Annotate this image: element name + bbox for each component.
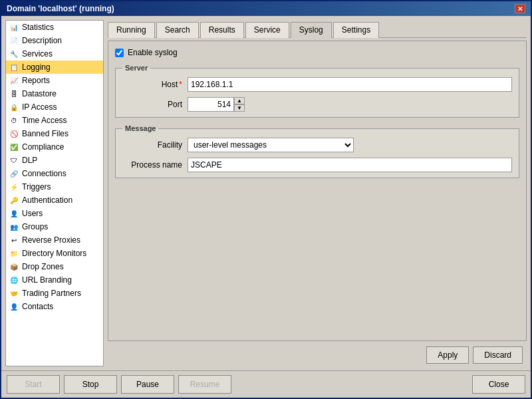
sidebar-item-banned[interactable]: 🚫Banned Files xyxy=(6,127,103,140)
sidebar-item-services[interactable]: 🔧Services xyxy=(6,47,103,61)
sidebar-label-connections: Connections xyxy=(22,169,66,178)
content-area: Enable syslog Server Host Port ▲ xyxy=(108,41,527,341)
sidebar-item-dlp[interactable]: 🛡DLP xyxy=(6,154,103,167)
bottom-buttons: Apply Discard xyxy=(108,344,527,366)
sidebar-item-datastore[interactable]: 🗄Datastore xyxy=(6,87,103,100)
tab-settings[interactable]: Settings xyxy=(333,22,379,38)
sidebar-icon-reverseproxies: ↩ xyxy=(9,235,19,245)
port-label: Port xyxy=(122,100,182,109)
sidebar-label-reports: Reports xyxy=(22,76,50,85)
port-spinners: ▲ ▼ xyxy=(234,97,245,112)
sidebar-label-authentication: Authentication xyxy=(22,196,72,205)
sidebar-item-logging[interactable]: 📋Logging xyxy=(6,61,103,74)
tab-bar: RunningSearchResultsServiceSyslogSetting… xyxy=(108,20,527,38)
sidebar-item-users[interactable]: 👤Users xyxy=(6,207,103,220)
sidebar-icon-ipaccess: 🔒 xyxy=(9,102,19,112)
sidebar-item-contacts[interactable]: 👤Contacts xyxy=(6,300,103,313)
tab-results[interactable]: Results xyxy=(200,22,244,38)
sidebar-item-authentication[interactable]: 🔑Authentication xyxy=(6,194,103,207)
sidebar-icon-tradingpartners: 🤝 xyxy=(9,288,19,299)
sidebar-label-groups: Groups xyxy=(22,222,48,231)
sidebar-item-connections[interactable]: 🔗Connections xyxy=(6,167,103,180)
sidebar-icon-connections: 🔗 xyxy=(9,168,19,179)
sidebar-icon-users: 👤 xyxy=(9,208,19,219)
sidebar-icon-statistics: 📊 xyxy=(9,22,19,33)
pause-button[interactable]: Pause xyxy=(121,375,174,394)
enable-syslog-row: Enable syslog xyxy=(115,48,519,57)
sidebar-label-timeaccess: Time Access xyxy=(22,116,67,125)
port-row: Port ▲ ▼ xyxy=(122,97,512,112)
start-button[interactable]: Start xyxy=(7,375,60,394)
sidebar-label-compliance: Compliance xyxy=(22,142,64,152)
sidebar-item-triggers[interactable]: ⚡Triggers xyxy=(6,180,103,194)
resume-button[interactable]: Resume xyxy=(178,375,231,394)
sidebar-label-triggers: Triggers xyxy=(22,182,51,192)
process-name-input[interactable] xyxy=(188,158,512,172)
sidebar-label-urlbranding: URL Branding xyxy=(22,275,72,285)
sidebar-item-timeaccess[interactable]: ⏱Time Access xyxy=(6,114,103,127)
host-input[interactable] xyxy=(188,77,512,92)
enable-syslog-checkbox[interactable] xyxy=(115,49,124,57)
main-window: Domain 'localhost' (running) ✕ 📊Statisti… xyxy=(0,0,532,399)
sidebar-item-compliance[interactable]: ✅Compliance xyxy=(6,140,103,154)
port-input[interactable] xyxy=(188,97,234,112)
sidebar-label-statistics: Statistics xyxy=(22,23,54,32)
sidebar-item-reverseproxies[interactable]: ↩Reverse Proxies xyxy=(6,233,103,247)
tab-service[interactable]: Service xyxy=(245,22,289,38)
stop-button[interactable]: Stop xyxy=(64,375,117,394)
sidebar-icon-reports: 📈 xyxy=(9,75,19,86)
enable-syslog-label: Enable syslog xyxy=(128,48,178,57)
host-label: Host xyxy=(122,80,182,89)
port-up-spinner[interactable]: ▲ xyxy=(234,97,245,104)
sidebar-icon-compliance: ✅ xyxy=(9,142,19,152)
server-fieldset: Server Host Port ▲ ▼ xyxy=(115,64,519,118)
sidebar: 📊Statistics📄Description🔧Services📋Logging… xyxy=(5,20,104,366)
sidebar-item-groups[interactable]: 👥Groups xyxy=(6,220,103,233)
sidebar-item-reports[interactable]: 📈Reports xyxy=(6,74,103,87)
port-wrapper: ▲ ▼ xyxy=(188,97,245,112)
sidebar-label-users: Users xyxy=(22,209,43,218)
facility-row: Facility kernel messagesuser-level messa… xyxy=(122,138,512,152)
sidebar-item-ipaccess[interactable]: 🔒IP Access xyxy=(6,100,103,114)
sidebar-item-tradingpartners[interactable]: 🤝Trading Partners xyxy=(6,287,103,300)
main-content: 📊Statistics📄Description🔧Services📋Logging… xyxy=(1,16,531,370)
close-footer-button[interactable]: Close xyxy=(472,375,525,394)
sidebar-label-dropzones: Drop Zones xyxy=(22,262,64,271)
sidebar-icon-authentication: 🔑 xyxy=(9,195,19,205)
tab-syslog[interactable]: Syslog xyxy=(291,22,332,38)
sidebar-label-directorymonitors: Directory Monitors xyxy=(22,249,86,258)
discard-button[interactable]: Discard xyxy=(473,346,523,364)
sidebar-label-dlp: DLP xyxy=(22,156,37,165)
process-name-label: Process name xyxy=(122,160,182,170)
sidebar-label-ipaccess: IP Access xyxy=(22,102,57,112)
sidebar-item-urlbranding[interactable]: 🌐URL Branding xyxy=(6,273,103,287)
process-name-row: Process name xyxy=(122,158,512,172)
sidebar-label-services: Services xyxy=(22,49,53,59)
facility-select[interactable]: kernel messagesuser-level messagesmail s… xyxy=(188,138,354,152)
server-legend: Server xyxy=(122,64,150,72)
tab-running[interactable]: Running xyxy=(108,22,155,38)
footer: Start Stop Pause Resume Close xyxy=(1,370,531,398)
close-button[interactable]: ✕ xyxy=(515,4,525,13)
sidebar-icon-triggers: ⚡ xyxy=(9,182,19,192)
sidebar-item-dropzones[interactable]: 📦Drop Zones xyxy=(6,260,103,273)
sidebar-item-description[interactable]: 📄Description xyxy=(6,34,103,47)
sidebar-icon-directorymonitors: 📁 xyxy=(9,248,19,259)
sidebar-item-directorymonitors[interactable]: 📁Directory Monitors xyxy=(6,247,103,260)
port-down-spinner[interactable]: ▼ xyxy=(234,104,245,112)
sidebar-icon-logging: 📋 xyxy=(9,62,19,72)
sidebar-icon-urlbranding: 🌐 xyxy=(9,275,19,285)
apply-button[interactable]: Apply xyxy=(426,346,469,364)
sidebar-icon-description: 📄 xyxy=(9,35,19,46)
tab-search[interactable]: Search xyxy=(156,22,199,38)
sidebar-icon-dlp: 🛡 xyxy=(9,155,19,166)
sidebar-icon-services: 🔧 xyxy=(9,49,19,59)
sidebar-label-description: Description xyxy=(22,36,62,45)
sidebar-item-statistics[interactable]: 📊Statistics xyxy=(6,21,103,34)
sidebar-icon-dropzones: 📦 xyxy=(9,261,19,272)
message-fieldset: Message Facility kernel messagesuser-lev… xyxy=(115,124,519,178)
sidebar-label-datastore: Datastore xyxy=(22,89,57,98)
sidebar-label-tradingpartners: Trading Partners xyxy=(22,289,81,298)
window-title: Domain 'localhost' (running) xyxy=(7,4,114,13)
facility-label: Facility xyxy=(122,140,182,150)
